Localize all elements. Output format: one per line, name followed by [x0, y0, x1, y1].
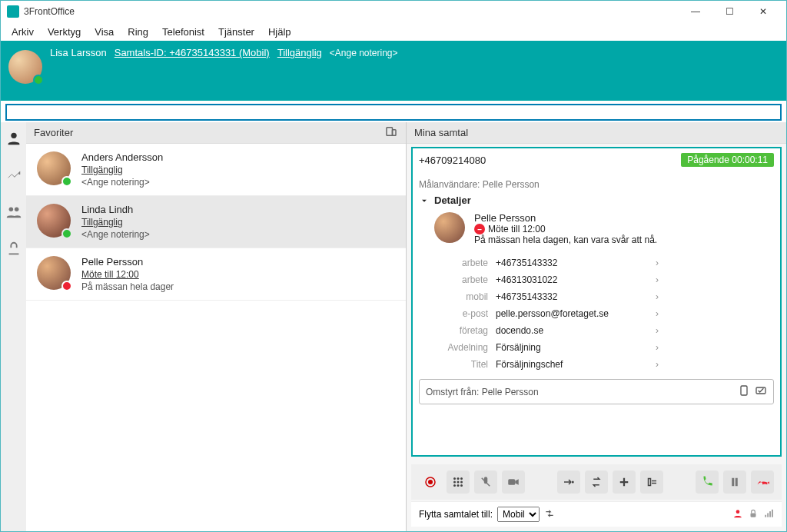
- favorite-item[interactable]: Pelle Persson Möte till 12:00 På mässan …: [26, 248, 406, 301]
- chevron-down-icon: [419, 195, 430, 206]
- menubar: Arkiv Verktyg Visa Ring Telefonist Tjäns…: [1, 22, 786, 41]
- menu-hjalp[interactable]: Hjälp: [262, 25, 297, 39]
- swap-button[interactable]: [585, 470, 608, 494]
- call-status-badge: Pågående 00:00:11: [681, 153, 774, 167]
- presence-dot: [61, 228, 72, 239]
- move-select[interactable]: Mobil: [497, 507, 540, 522]
- favorite-status[interactable]: Tillgänglig: [81, 217, 150, 228]
- window-title: 3FrontOffice: [24, 6, 679, 17]
- busy-icon: –: [474, 224, 485, 234]
- favorite-note: På mässan hela dager: [81, 281, 174, 292]
- maximize-button[interactable]: ☐: [712, 1, 746, 22]
- favorites-panel: Favoriter Anders Andersson Tillgänglig <…: [26, 122, 407, 531]
- field-row[interactable]: företagdocendo.se›: [419, 322, 774, 339]
- minimize-button[interactable]: —: [679, 1, 712, 22]
- call-number: +46709214080: [419, 155, 681, 166]
- svg-point-10: [457, 477, 460, 480]
- svg-rect-24: [765, 514, 766, 517]
- favorite-note[interactable]: <Ange notering>: [81, 229, 150, 240]
- svg-rect-27: [772, 509, 773, 517]
- field-row[interactable]: e-postpelle.persson@foretaget.se›: [419, 305, 774, 322]
- svg-rect-26: [769, 511, 771, 517]
- presence-status-icon[interactable]: [732, 508, 743, 521]
- svg-rect-23: [751, 513, 756, 517]
- dialpad-button[interactable]: [447, 470, 470, 494]
- field-row[interactable]: arbete+46735143332›: [419, 254, 774, 271]
- svg-rect-3: [387, 128, 393, 136]
- menu-telefonist[interactable]: Telefonist: [156, 25, 211, 39]
- favorite-name: Pelle Persson: [81, 256, 174, 268]
- missed-icon[interactable]: [5, 167, 22, 187]
- menu-verktyg[interactable]: Verktyg: [42, 25, 87, 39]
- answer-button[interactable]: [696, 470, 719, 494]
- card-icon[interactable]: [750, 384, 767, 399]
- devices-icon[interactable]: [384, 125, 398, 141]
- hangup-button[interactable]: [751, 470, 774, 494]
- chevron-right-icon: ›: [656, 291, 774, 302]
- close-button[interactable]: ✕: [746, 1, 780, 22]
- field-row[interactable]: AvdelningFörsäljning›: [419, 339, 774, 356]
- chevron-right-icon: ›: [656, 308, 774, 319]
- svg-point-2: [14, 208, 18, 212]
- menu-arkiv[interactable]: Arkiv: [5, 25, 40, 39]
- svg-point-19: [572, 481, 574, 484]
- titlebar: 3FrontOffice — ☐ ✕: [1, 1, 786, 22]
- transfer-icon[interactable]: [5, 241, 22, 261]
- call-controls: [411, 464, 782, 500]
- redirect-box: Omstyrt från: Pelle Persson: [419, 379, 774, 404]
- user-presence-dot: [33, 75, 44, 85]
- calls-panel: Mina samtal +46709214080 Pågående 00:00:…: [407, 122, 786, 531]
- forward-button[interactable]: [557, 470, 580, 494]
- move-go-icon[interactable]: [544, 508, 555, 521]
- user-caller-id[interactable]: Samtals-ID: +46735143331 (Mobil): [115, 47, 270, 58]
- user-status[interactable]: Tillgänglig: [277, 47, 322, 58]
- svg-point-13: [457, 481, 460, 484]
- chevron-right-icon: ›: [656, 274, 774, 285]
- svg-point-16: [457, 484, 460, 487]
- left-iconbar: [1, 122, 26, 531]
- field-row[interactable]: arbete+46313031022›: [419, 271, 774, 288]
- presence-dot: [61, 176, 72, 187]
- user-avatar[interactable]: [8, 50, 42, 84]
- svg-point-15: [453, 484, 456, 487]
- video-button[interactable]: [502, 470, 525, 494]
- user-note[interactable]: <Ange notering>: [330, 48, 398, 58]
- svg-rect-21: [736, 478, 738, 487]
- redirect-label: Omstyrt från: Pelle Persson: [426, 387, 539, 397]
- field-row[interactable]: mobil+46735143332›: [419, 288, 774, 305]
- mute-button[interactable]: [474, 470, 497, 494]
- avatar: [37, 204, 71, 238]
- chevron-right-icon: ›: [656, 342, 774, 353]
- record-button[interactable]: [419, 470, 442, 494]
- svg-point-17: [460, 484, 463, 487]
- lock-icon[interactable]: [748, 508, 759, 521]
- groups-icon[interactable]: [5, 204, 22, 224]
- favorite-status[interactable]: Möte till 12:00: [81, 269, 174, 280]
- favorite-item[interactable]: Anders Andersson Tillgänglig <Ange noter…: [26, 144, 406, 196]
- menu-visa[interactable]: Visa: [88, 25, 120, 39]
- field-row[interactable]: TitelFörsäljningschef›: [419, 356, 774, 373]
- svg-rect-25: [767, 513, 769, 517]
- svg-point-11: [460, 477, 463, 480]
- favorite-item[interactable]: Linda Lindh Tillgänglig <Ange notering>: [26, 196, 406, 248]
- target-avatar: [434, 212, 465, 243]
- details-toggle[interactable]: Detaljer: [419, 195, 774, 206]
- contact-fields: arbete+46735143332› arbete+46313031022› …: [419, 254, 774, 373]
- menu-tjanster[interactable]: Tjänster: [212, 25, 261, 39]
- svg-point-0: [11, 133, 16, 138]
- phone-square-icon[interactable]: [733, 384, 750, 399]
- add-button[interactable]: [613, 470, 636, 494]
- signal-icon[interactable]: [763, 508, 774, 521]
- move-label: Flytta samtalet till:: [419, 509, 493, 520]
- favorite-status[interactable]: Tillgänglig: [81, 165, 163, 175]
- app-icon: [7, 5, 19, 18]
- menu-ring[interactable]: Ring: [121, 25, 154, 39]
- search-input[interactable]: [5, 104, 782, 121]
- park-button[interactable]: [640, 470, 663, 494]
- svg-point-1: [8, 208, 12, 212]
- hold-button[interactable]: [723, 470, 746, 494]
- favorite-note[interactable]: <Ange notering>: [81, 177, 163, 188]
- svg-point-22: [736, 510, 740, 514]
- svg-rect-5: [741, 386, 747, 395]
- contacts-icon[interactable]: [5, 130, 22, 150]
